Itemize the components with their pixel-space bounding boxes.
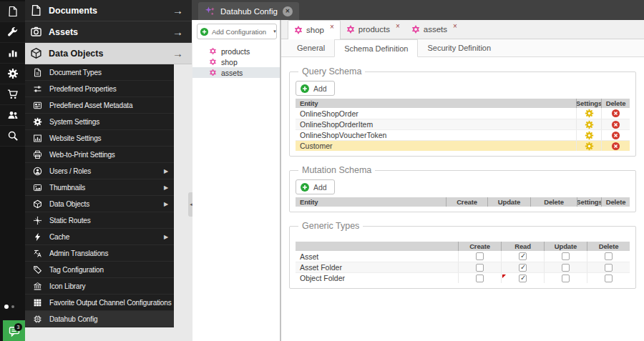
- chart-icon: [7, 47, 19, 59]
- sidebar-item-icon-library[interactable]: Icon Library: [25, 278, 174, 295]
- sidebar-item-label: Thumbnails: [49, 184, 85, 192]
- iconbar-item-file[interactable]: [0, 1, 25, 22]
- checkbox-read[interactable]: [519, 264, 527, 272]
- sidebar-item-web-to-print-settings[interactable]: Web-to-Print Settings: [25, 147, 174, 163]
- checkbox-read[interactable]: [519, 275, 527, 282]
- chevron-down-icon[interactable]: ▼: [271, 29, 278, 34]
- sidebar-item-thumbnails[interactable]: Thumbnails▶: [25, 179, 174, 196]
- checkbox-delete[interactable]: [605, 264, 613, 272]
- checkbox-create[interactable]: [476, 252, 484, 260]
- checkbox-read[interactable]: [519, 252, 527, 260]
- generic-types-fieldset: Generic Types CreateReadUpdateDelete Ass…: [289, 221, 636, 289]
- sidebar-item-users-roles[interactable]: Users / Roles▶: [25, 163, 174, 179]
- sidebar-item-label: Website Settings: [49, 134, 101, 142]
- sidebar-item-system-settings[interactable]: System Settings: [25, 114, 174, 130]
- delete-icon[interactable]: [611, 109, 620, 118]
- grid-icon: [33, 298, 42, 307]
- tab-security-definition[interactable]: Security Definition: [418, 39, 500, 56]
- table-row[interactable]: Asset: [296, 251, 630, 262]
- sidebar-item-document-types[interactable]: Document Types: [25, 64, 174, 81]
- sidebar-item-website-settings[interactable]: Website Settings: [25, 130, 174, 147]
- mutation-add-button[interactable]: Add: [296, 179, 335, 194]
- menu-header-documents[interactable]: Documents→: [25, 0, 192, 21]
- window-tab-close-icon[interactable]: ✕: [283, 6, 293, 16]
- sidebar-item-admin-translations[interactable]: Admin Translations: [25, 245, 174, 262]
- query-schema-grid: EntitySettingsDelete OnlineShopOrderOnli…: [296, 99, 630, 151]
- checkbox-delete[interactable]: [605, 252, 613, 260]
- configuration-item-label: assets: [221, 69, 243, 77]
- sidebar-item-label: Web-to-Print Settings: [49, 151, 115, 159]
- menu-header-data-objects[interactable]: Data Objects→: [25, 43, 192, 64]
- table-row[interactable]: OnlineShopOrderItem: [296, 119, 630, 129]
- checkbox-delete[interactable]: [605, 275, 613, 282]
- checkbox-update[interactable]: [562, 252, 570, 260]
- tab-general[interactable]: General: [288, 39, 334, 56]
- table-row[interactable]: Asset Folder: [296, 262, 630, 272]
- table-row[interactable]: OnlineShopVoucherToken: [296, 129, 630, 140]
- pager-dots: [4, 305, 14, 309]
- type-cell: Asset Folder: [296, 262, 458, 272]
- type-cell: Object Folder: [296, 273, 458, 283]
- window-tab-datahub-config[interactable]: Datahub Config ✕: [198, 2, 299, 20]
- settings-gear-icon[interactable]: [585, 109, 594, 118]
- configuration-item-products[interactable]: products: [192, 46, 280, 56]
- config-tab-shop[interactable]: shop×: [288, 20, 341, 39]
- entity-cell: OnlineShopVoucherToken: [296, 130, 576, 140]
- sidebar-item-static-routes[interactable]: Static Routes: [25, 212, 174, 229]
- sidebar-item-predefined-properties[interactable]: Predefined Properties: [25, 81, 174, 97]
- iconbar-item-chart[interactable]: [0, 43, 25, 64]
- mutation-schema-legend: Mutation Schema: [298, 165, 375, 175]
- sidebar-item-datahub-config[interactable]: Datahub Config: [25, 311, 174, 327]
- settings-cell: [576, 141, 601, 151]
- tab-schema-definition[interactable]: Schema Definition: [334, 39, 418, 57]
- sidebar-item-label: Document Types: [49, 69, 102, 76]
- configuration-tree-panel: Add Configuration ▼ productsshopassets: [192, 20, 280, 341]
- checkbox-create[interactable]: [476, 275, 484, 282]
- config-tab-assets[interactable]: assets×: [406, 20, 463, 39]
- checkbox-create[interactable]: [476, 264, 484, 272]
- sidebar-item-label: Datahub Config: [49, 315, 97, 323]
- settings-gear-icon[interactable]: [585, 142, 594, 151]
- camera-icon: [30, 26, 42, 38]
- sidebar-item-label: System Settings: [49, 118, 99, 126]
- tab-close-icon[interactable]: ×: [330, 23, 334, 31]
- delete-icon[interactable]: [611, 131, 620, 140]
- tab-close-icon[interactable]: ×: [453, 22, 457, 30]
- add-configuration-button[interactable]: Add Configuration ▼: [197, 24, 277, 39]
- iconbar-item-users[interactable]: [0, 105, 25, 126]
- column-header-settings: Settings: [576, 99, 601, 108]
- chevron-right-icon: ▶: [164, 234, 168, 240]
- menu-header-assets[interactable]: Assets→: [25, 21, 192, 43]
- checkbox-update[interactable]: [562, 275, 570, 282]
- sidebar-item-predefined-asset-metadata[interactable]: Predefined Asset Metadata: [25, 97, 174, 114]
- sidebar-item-label: Data Objects: [49, 200, 89, 208]
- config-tab-products[interactable]: products×: [341, 20, 406, 39]
- sidebar-item-favorite-output-channel-configurations[interactable]: Favorite Output Channel Configurations: [25, 295, 174, 311]
- sidebar-submenu: Document TypesPredefined PropertiesPrede…: [25, 64, 174, 327]
- chat-button[interactable]: 3: [3, 320, 25, 341]
- delete-icon[interactable]: [611, 142, 620, 151]
- configuration-item-shop[interactable]: shop: [192, 56, 280, 67]
- chip-icon: [33, 315, 42, 324]
- configuration-item-assets[interactable]: assets: [192, 67, 280, 78]
- translate-icon: [33, 249, 42, 258]
- sidebar-item-tag-configuration[interactable]: Tag Configuration: [25, 262, 174, 278]
- settings-gear-icon[interactable]: [585, 120, 594, 129]
- iconbar-item-cart[interactable]: [0, 84, 25, 105]
- add-icon: [200, 27, 209, 36]
- query-add-button[interactable]: Add: [296, 81, 335, 96]
- table-row[interactable]: OnlineShopOrder: [296, 108, 630, 119]
- sidebar-item-data-objects[interactable]: Data Objects▶: [25, 196, 174, 212]
- sidebar-item-cache[interactable]: Cache▶: [25, 229, 174, 245]
- column-header-settings: Settings: [577, 197, 601, 207]
- table-row[interactable]: Object Folder: [296, 272, 630, 283]
- iconbar-item-search[interactable]: [0, 126, 25, 147]
- table-row[interactable]: Customer: [296, 140, 630, 151]
- tab-close-icon[interactable]: ×: [396, 22, 400, 30]
- settings-gear-icon[interactable]: [585, 131, 594, 140]
- delete-icon[interactable]: [611, 120, 620, 129]
- iconbar-item-wrench[interactable]: [0, 22, 25, 43]
- iconbar-item-gear[interactable]: [0, 64, 25, 84]
- hexagram-icon: [209, 58, 217, 66]
- checkbox-update[interactable]: [562, 264, 570, 272]
